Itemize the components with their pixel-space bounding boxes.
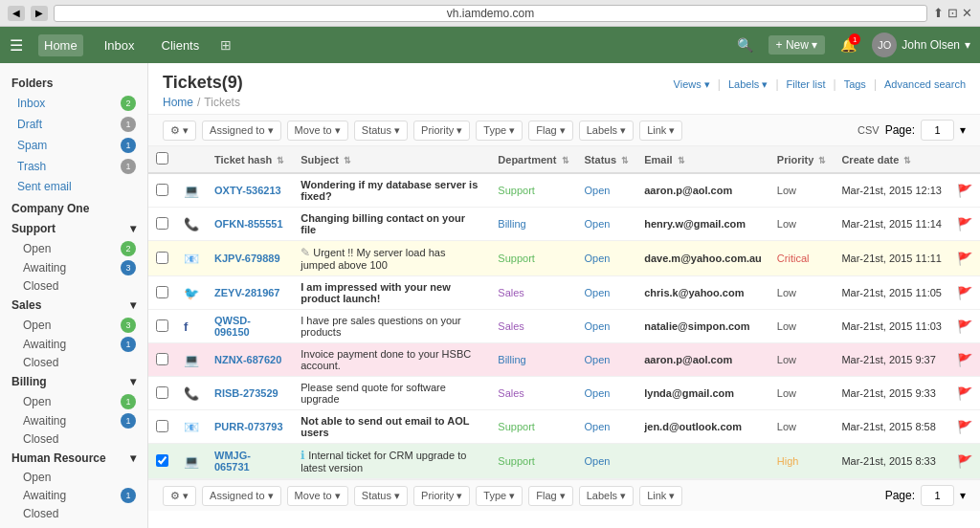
- th-dept[interactable]: Department ⇅: [490, 146, 576, 173]
- row-subject[interactable]: Wondering if my database server is fixed…: [293, 173, 490, 208]
- row-hash[interactable]: WMJG-065731: [207, 444, 293, 479]
- breadcrumb-home[interactable]: Home: [163, 96, 193, 109]
- assigned-to-btn[interactable]: Assigned to ▾: [202, 121, 281, 141]
- bottom-labels-btn[interactable]: Labels ▾: [579, 486, 634, 506]
- row-checkbox-cell[interactable]: [148, 310, 176, 343]
- row-checkbox[interactable]: [156, 184, 168, 196]
- select-all-header[interactable]: [148, 146, 176, 173]
- row-subject[interactable]: ℹInternal ticket for CRM upgrade to late…: [293, 444, 490, 479]
- nav-home[interactable]: Home: [38, 34, 83, 56]
- grid-icon[interactable]: ⊞: [220, 37, 232, 53]
- row-flag[interactable]: 🚩: [949, 444, 980, 479]
- tags-link[interactable]: Tags: [844, 78, 866, 90]
- group-billing[interactable]: Billing ▾: [0, 371, 147, 392]
- nav-inbox[interactable]: Inbox: [99, 34, 141, 56]
- row-hash[interactable]: NZNX-687620: [207, 343, 293, 377]
- bottom-gear-btn[interactable]: ⚙ ▾: [163, 486, 196, 506]
- row-subject[interactable]: ✎Urgent !! My server load has jumped abo…: [293, 241, 490, 276]
- row-checkbox-cell[interactable]: [148, 173, 176, 208]
- flag-btn[interactable]: Flag ▾: [528, 121, 572, 141]
- link-btn[interactable]: Link ▾: [639, 121, 682, 141]
- type-btn[interactable]: Type ▾: [476, 121, 523, 141]
- search-icon[interactable]: 🔍: [737, 37, 753, 53]
- row-hash[interactable]: OXTY-536213: [207, 173, 293, 208]
- row-subject[interactable]: I am impressed with your new product lau…: [293, 276, 490, 310]
- bottom-link-btn[interactable]: Link ▾: [639, 486, 682, 506]
- notification-bell[interactable]: 🔔 1: [840, 37, 857, 53]
- row-subject[interactable]: Invoice payment done to your HSBC accoun…: [293, 343, 490, 377]
- move-to-btn[interactable]: Move to ▾: [287, 121, 348, 141]
- support-closed[interactable]: Closed: [0, 277, 147, 295]
- sidebar-item-inbox[interactable]: Inbox 2: [0, 93, 147, 114]
- row-checkbox-cell[interactable]: [148, 343, 176, 377]
- sidebar-item-spam[interactable]: Spam 1: [0, 135, 147, 156]
- th-hash[interactable]: Ticket hash ⇅: [207, 146, 293, 173]
- hr-closed[interactable]: Closed: [0, 505, 147, 522]
- row-flag[interactable]: 🚩: [949, 410, 980, 444]
- close-tab-btn[interactable]: ✕: [962, 6, 972, 20]
- group-hr[interactable]: Human Resource ▾: [0, 448, 147, 469]
- views-btn[interactable]: Views ▾: [674, 78, 710, 91]
- menu-icon[interactable]: ☰: [10, 36, 23, 55]
- row-subject[interactable]: Please send quote for software upgrade: [293, 377, 490, 410]
- group-support[interactable]: Support ▾: [0, 218, 147, 239]
- row-checkbox-cell[interactable]: [148, 410, 176, 444]
- row-checkbox-cell[interactable]: [148, 377, 176, 410]
- row-checkbox[interactable]: [156, 386, 168, 399]
- advanced-search-link[interactable]: Advanced search: [884, 78, 966, 90]
- share-btn[interactable]: ⬆: [933, 6, 944, 20]
- th-email[interactable]: Email ⇅: [636, 146, 769, 173]
- row-checkbox[interactable]: [156, 217, 168, 230]
- hr-open[interactable]: Open: [0, 469, 147, 486]
- row-checkbox[interactable]: [156, 252, 168, 264]
- billing-closed[interactable]: Closed: [0, 430, 147, 448]
- support-awaiting[interactable]: Awaiting 3: [0, 258, 147, 277]
- row-hash[interactable]: RISB-273529: [207, 377, 293, 410]
- bottom-priority-btn[interactable]: Priority ▾: [413, 486, 470, 506]
- row-checkbox[interactable]: [156, 319, 168, 332]
- nav-clients[interactable]: Clients: [156, 34, 206, 56]
- sidebar-item-trash[interactable]: Trash 1: [0, 156, 147, 177]
- row-subject[interactable]: Changing billing contact on your file: [293, 208, 490, 241]
- row-flag[interactable]: 🚩: [949, 208, 980, 241]
- row-checkbox[interactable]: [156, 454, 168, 467]
- th-priority[interactable]: Priority ⇅: [769, 146, 835, 173]
- row-checkbox-cell[interactable]: [148, 241, 176, 276]
- sales-open[interactable]: Open 3: [0, 316, 147, 335]
- row-hash[interactable]: ZEYV-281967: [207, 276, 293, 310]
- bottom-status-btn[interactable]: Status ▾: [354, 486, 408, 506]
- labels-btn[interactable]: Labels ▾: [728, 78, 768, 91]
- row-checkbox-cell[interactable]: [148, 276, 176, 310]
- row-checkbox-cell[interactable]: [148, 208, 176, 241]
- bottom-move-btn[interactable]: Move to ▾: [287, 486, 348, 506]
- labels-dropdown[interactable]: Labels ▾: [579, 121, 634, 141]
- sidebar-item-sent[interactable]: Sent email: [0, 177, 147, 196]
- sidebar-item-draft[interactable]: Draft 1: [0, 114, 147, 135]
- gear-dropdown[interactable]: ⚙ ▾: [163, 121, 196, 141]
- row-subject[interactable]: I have pre sales questions on your produ…: [293, 310, 490, 343]
- priority-btn[interactable]: Priority ▾: [413, 121, 470, 141]
- status-btn[interactable]: Status ▾: [354, 121, 408, 141]
- bottom-page-nav[interactable]: ▾: [960, 489, 966, 502]
- bottom-type-btn[interactable]: Type ▾: [476, 486, 523, 506]
- row-checkbox[interactable]: [156, 286, 168, 298]
- th-status[interactable]: Status ⇅: [577, 146, 637, 173]
- back-btn[interactable]: ◀: [8, 6, 25, 21]
- row-checkbox[interactable]: [156, 353, 168, 365]
- user-menu[interactable]: JO John Olsen ▾: [872, 33, 970, 57]
- row-flag[interactable]: 🚩: [949, 241, 980, 276]
- row-hash[interactable]: OFKN-855551: [207, 208, 293, 241]
- row-hash[interactable]: PURR-073793: [207, 410, 293, 444]
- page-input[interactable]: [921, 120, 954, 141]
- row-hash[interactable]: QWSD-096150: [207, 310, 293, 343]
- row-flag[interactable]: 🚩: [949, 377, 980, 410]
- row-flag[interactable]: 🚩: [949, 310, 980, 343]
- row-flag[interactable]: 🚩: [949, 173, 980, 208]
- th-subject[interactable]: Subject ⇅: [293, 146, 490, 173]
- support-open[interactable]: Open 2: [0, 239, 147, 258]
- new-button[interactable]: + New ▾: [768, 35, 826, 55]
- row-checkbox[interactable]: [156, 420, 168, 432]
- select-all-checkbox[interactable]: [156, 152, 168, 165]
- sales-awaiting[interactable]: Awaiting 1: [0, 335, 147, 354]
- row-subject[interactable]: Not able to send out email to AOL users: [293, 410, 490, 444]
